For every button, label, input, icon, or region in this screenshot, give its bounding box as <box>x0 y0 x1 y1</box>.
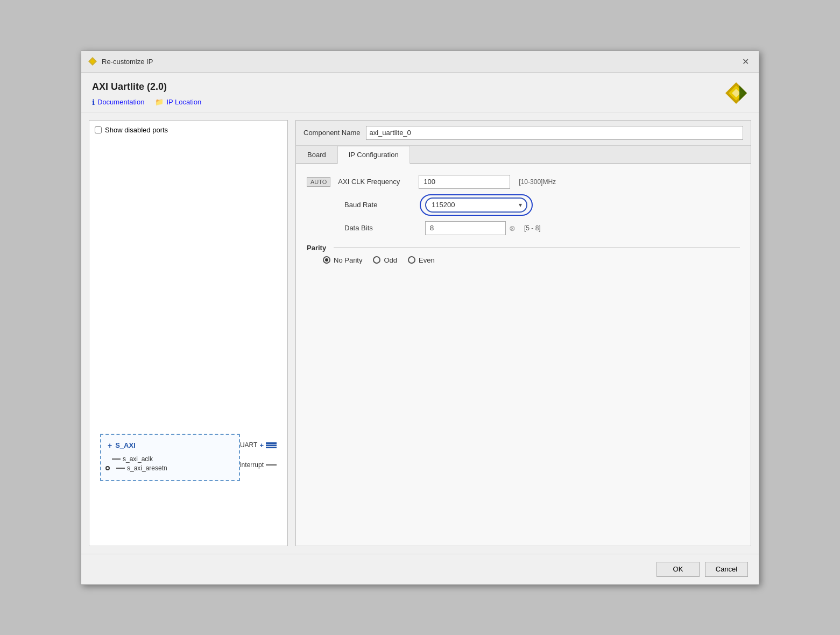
baud-rate-row: Baud Rate 1200 2400 4800 9600 19200 3840… <box>307 197 740 213</box>
odd-label: Odd <box>384 256 397 264</box>
bd-box: + S_AXI s_axi_aclk s_axi_aresetn <box>100 434 240 481</box>
dialog-title: Re-customize IP <box>102 58 153 66</box>
radio-odd <box>373 256 380 264</box>
cancel-button[interactable]: Cancel <box>705 562 748 577</box>
parity-options: No Parity Odd Even <box>307 256 740 264</box>
clk-freq-row: AUTO AXI CLK Frequency [10-300]MHz <box>307 175 740 189</box>
parity-title-row: Parity <box>307 244 740 252</box>
component-name-label: Component Name <box>303 129 361 137</box>
show-disabled-label: Show disabled ports <box>105 126 168 134</box>
bd-port-aclk: s_axi_aclk <box>108 455 230 463</box>
vivado-logo <box>724 81 748 105</box>
vivado-small-icon <box>88 57 97 66</box>
data-bits-hint: [5 - 8] <box>524 224 541 232</box>
title-bar-left: Re-customize IP <box>88 57 153 66</box>
bd-bus-line-2 <box>266 444 277 446</box>
header-left: AXI Uartlite (2.0) ℹ Documentation 📁 IP … <box>92 81 201 107</box>
show-disabled-checkbox[interactable] <box>95 126 102 133</box>
header-links: ℹ Documentation 📁 IP Location <box>92 98 201 107</box>
bd-bus-line-1 <box>266 442 277 444</box>
auto-badge: AUTO <box>307 177 330 187</box>
bd-port-aresetn: s_axi_aresetn <box>108 464 230 472</box>
data-bits-row: Data Bits ⊗ [5 - 8] <box>307 221 740 235</box>
tabs-bar: Board IP Configuration <box>296 146 751 164</box>
bd-port-line-aclk <box>112 458 121 460</box>
svg-marker-5 <box>739 86 747 101</box>
component-name-row: Component Name <box>296 121 751 146</box>
bd-uart-plus: + <box>259 441 264 449</box>
bd-aresetn-label: s_axi_aresetn <box>127 464 167 472</box>
parity-title: Parity <box>307 244 326 252</box>
radio-even <box>408 256 415 264</box>
data-bits-label: Data Bits <box>344 224 420 232</box>
bd-right-connectors: UART + interrupt <box>240 441 277 469</box>
tab-board[interactable]: Board <box>296 146 337 163</box>
baud-rate-select[interactable]: 1200 2400 4800 9600 19200 38400 57600 11… <box>425 197 527 213</box>
dialog-main-title: AXI Uartlite (2.0) <box>92 81 201 93</box>
documentation-link[interactable]: ℹ Documentation <box>92 98 144 107</box>
even-label: Even <box>419 256 435 264</box>
left-panel: Show disabled ports + S_AXI s_axi_aclk <box>89 120 288 546</box>
right-panel: Component Name Board IP Configuration AU… <box>295 120 751 546</box>
header-section: AXI Uartlite (2.0) ℹ Documentation 📁 IP … <box>81 73 759 112</box>
parity-section: Parity No Parity Odd <box>307 244 740 264</box>
data-bits-input-wrapper: ⊗ <box>425 221 516 235</box>
clear-data-bits-icon[interactable]: ⊗ <box>509 224 516 232</box>
parity-option-even[interactable]: Even <box>408 256 435 264</box>
bd-title-row: + S_AXI <box>108 441 230 450</box>
show-disabled-row: Show disabled ports <box>95 126 282 134</box>
baud-rate-select-wrapper: 1200 2400 4800 9600 19200 38400 57600 11… <box>425 197 527 213</box>
no-parity-label: No Parity <box>334 256 362 264</box>
dialog-footer: OK Cancel <box>81 554 759 584</box>
title-bar: Re-customize IP ✕ <box>81 51 759 73</box>
bd-interrupt-line <box>266 464 277 465</box>
bd-uart-bus <box>266 442 277 448</box>
bd-interrupt-label: interrupt <box>240 461 264 469</box>
folder-icon: 📁 <box>155 98 164 106</box>
baud-rate-oval: 1200 2400 4800 9600 19200 38400 57600 11… <box>425 197 527 213</box>
bd-s-axi-label: S_AXI <box>115 441 136 449</box>
config-content: AUTO AXI CLK Frequency [10-300]MHz Baud … <box>296 164 751 546</box>
bd-aresetn-dot <box>105 466 110 470</box>
radio-no-parity-inner <box>325 258 328 262</box>
clk-freq-hint: [10-300]MHz <box>519 178 556 186</box>
bd-aclk-label: s_axi_aclk <box>123 455 153 463</box>
bd-port-line-aresetn <box>116 468 125 469</box>
dialog: Re-customize IP ✕ AXI Uartlite (2.0) ℹ D… <box>81 51 759 585</box>
baud-rate-label: Baud Rate <box>344 201 420 209</box>
parity-divider <box>334 248 740 248</box>
tab-ip-configuration[interactable]: IP Configuration <box>337 146 410 164</box>
info-icon: ℹ <box>92 98 95 107</box>
ok-button[interactable]: OK <box>657 562 700 577</box>
component-name-input[interactable] <box>366 126 744 140</box>
bd-uart-label: UART <box>240 441 257 449</box>
radio-no-parity <box>323 256 330 264</box>
bd-bus-line-3 <box>266 447 277 448</box>
bd-uart-row: UART + <box>240 441 277 449</box>
main-content: Show disabled ports + S_AXI s_axi_aclk <box>81 112 759 554</box>
clk-freq-input[interactable] <box>419 175 510 189</box>
bd-expand-icon[interactable]: + <box>108 441 112 450</box>
clk-freq-label: AXI CLK Frequency <box>338 178 413 186</box>
parity-option-no-parity[interactable]: No Parity <box>323 256 362 264</box>
parity-option-odd[interactable]: Odd <box>373 256 397 264</box>
close-button[interactable]: ✕ <box>739 55 752 68</box>
bd-interrupt-row: interrupt <box>240 461 277 469</box>
data-bits-input[interactable] <box>425 221 506 235</box>
block-diagram: + S_AXI s_axi_aclk s_axi_aresetn <box>100 434 240 481</box>
ip-location-link[interactable]: 📁 IP Location <box>155 98 201 106</box>
